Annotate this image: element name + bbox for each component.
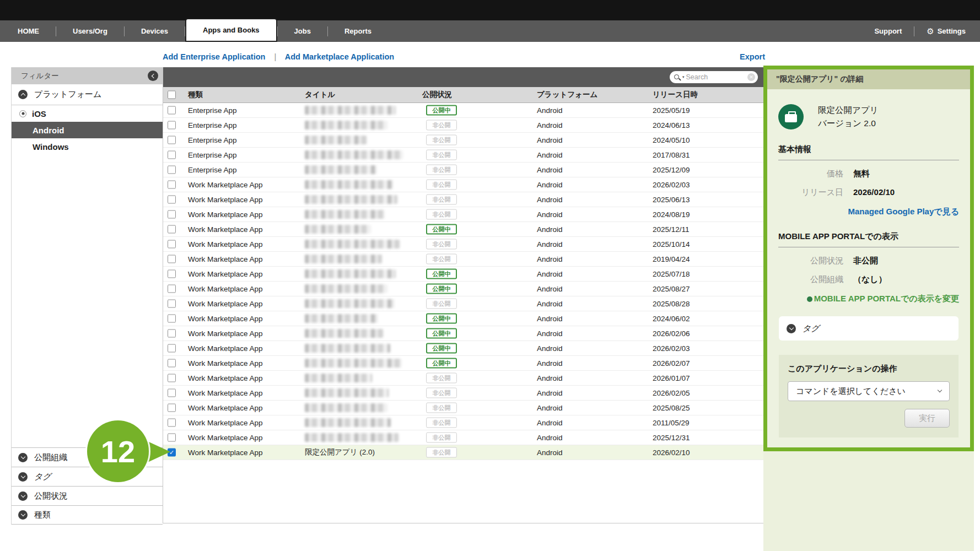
row-title-redacted	[305, 418, 391, 427]
row-type: Work Marketplace App	[188, 285, 263, 293]
row-checkbox[interactable]	[168, 374, 176, 382]
status-badge: 公開中	[426, 105, 457, 116]
column-header-title[interactable]: タイトル	[305, 90, 335, 100]
row-checkbox[interactable]	[168, 151, 176, 159]
status-badge: 公開中	[426, 343, 457, 354]
row-checkbox[interactable]	[168, 389, 176, 397]
table-row[interactable]: Work Marketplace App非公開Android2024/08/19	[163, 207, 764, 222]
table-row[interactable]: Enterprise App公開中Android2025/05/19	[163, 103, 764, 118]
portal-status-label: 公開状況	[778, 256, 843, 266]
clear-search-icon[interactable]: ✕	[747, 73, 755, 81]
command-select[interactable]: コマンドを選択してください	[788, 381, 950, 401]
export-link[interactable]: Export	[740, 52, 765, 61]
nav-tab-apps-and-books[interactable]: Apps and Books	[185, 18, 277, 42]
nav-tab-devices[interactable]: Devices	[125, 20, 185, 42]
sidebar-platform-android[interactable]: Android	[12, 122, 163, 138]
nav-tab-home[interactable]: HOME	[1, 20, 56, 42]
execute-button[interactable]: 実行	[904, 409, 950, 428]
table-row[interactable]: Work Marketplace App公開中Android2026/02/03	[163, 341, 764, 356]
table-row[interactable]: Work Marketplace App非公開Android2026/02/05	[163, 386, 764, 401]
row-platform: Android	[537, 240, 563, 249]
portal-status-row: 公開状況 非公開	[778, 256, 959, 266]
row-platform: Android	[537, 196, 563, 204]
table-row[interactable]: Work Marketplace App非公開Android2025/10/14	[163, 237, 764, 252]
table-row[interactable]: Work Marketplace App公開中Android2025/12/11	[163, 222, 764, 237]
change-portal-display-label: MOBILE APP PORTALでの表示を変更	[814, 294, 959, 304]
column-header-release-date[interactable]: リリース日時	[653, 90, 698, 100]
table-row[interactable]: Work Marketplace App非公開Android2025/08/28	[163, 296, 764, 311]
row-checkbox[interactable]	[168, 210, 176, 219]
table-row[interactable]: Work Marketplace App公開中Android2024/06/02	[163, 311, 764, 326]
settings-label: Settings	[938, 27, 966, 35]
table-row[interactable]: Work Marketplace App非公開Android2025/12/31	[163, 430, 764, 445]
sidebar-section-platform[interactable]: プラットフォーム	[12, 84, 163, 105]
table-row[interactable]: ✓Work Marketplace App限定公開アプリ (2.0)非公開And…	[163, 445, 764, 460]
sidebar-platform-windows[interactable]: Windows	[12, 138, 163, 155]
table-row[interactable]: Work Marketplace App公開中Android2026/02/07	[163, 356, 764, 371]
row-checkbox[interactable]	[168, 240, 176, 249]
sidebar-platform-ios[interactable]: iOS	[12, 105, 163, 122]
table-row[interactable]: Work Marketplace App非公開Android2025/06/13	[163, 192, 764, 207]
row-checkbox[interactable]	[168, 270, 176, 278]
row-checkbox[interactable]	[168, 359, 176, 368]
table-row[interactable]: Work Marketplace App非公開Android2026/02/03	[163, 177, 764, 192]
change-portal-display-link[interactable]: MOBILE APP PORTALでの表示を変更	[807, 294, 959, 304]
managed-google-play-link[interactable]: Managed Google Playで見る	[848, 207, 959, 216]
row-checkbox[interactable]	[168, 285, 176, 293]
row-checkbox[interactable]	[168, 121, 176, 129]
row-checkbox[interactable]	[168, 329, 176, 338]
support-link[interactable]: Support	[874, 27, 902, 35]
row-checkbox[interactable]	[168, 419, 176, 427]
row-checkbox[interactable]	[168, 255, 176, 263]
detail-panel-title: "限定公開アプリ" の詳細	[767, 69, 970, 89]
table-row[interactable]: Work Marketplace App非公開Android2019/04/24	[163, 252, 764, 267]
column-header-type[interactable]: 種類	[188, 90, 203, 100]
table-row[interactable]: Work Marketplace App公開中Android2025/07/18	[163, 267, 764, 282]
nav-tab-jobs[interactable]: Jobs	[278, 20, 327, 42]
row-checkbox[interactable]	[168, 106, 176, 115]
select-all-checkbox[interactable]	[168, 91, 176, 99]
add-marketplace-application-link[interactable]: Add Marketplace Application	[285, 52, 394, 61]
table-row[interactable]: Work Marketplace App非公開Android2026/01/07	[163, 371, 764, 386]
row-release-date: 2026/02/03	[653, 181, 690, 189]
search-input[interactable]	[686, 73, 746, 81]
row-platform: Android	[537, 285, 563, 293]
sidebar-filter-section[interactable]: 公開状況	[12, 486, 163, 505]
row-checkbox[interactable]	[168, 196, 176, 204]
settings-link[interactable]: ⚙ Settings	[927, 27, 966, 35]
platform-label: Windows	[33, 142, 69, 152]
table-row[interactable]: Work Marketplace App非公開Android2025/08/25	[163, 401, 764, 415]
row-checkbox[interactable]	[168, 181, 176, 189]
nav-tab-users-org[interactable]: Users/Org	[56, 20, 124, 42]
status-badge: 非公開	[426, 447, 457, 458]
row-release-date: 2026/02/06	[653, 329, 690, 338]
row-checkbox[interactable]	[168, 344, 176, 353]
basic-info-heading: 基本情報	[778, 144, 959, 155]
table-row[interactable]: Enterprise App非公開Android2017/08/31	[163, 148, 764, 163]
tags-section-toggle[interactable]: タグ	[779, 316, 959, 341]
status-badge: 非公開	[426, 239, 457, 250]
add-enterprise-application-link[interactable]: Add Enterprise Application	[163, 52, 265, 61]
table-row[interactable]: Enterprise App非公開Android2025/12/09	[163, 163, 764, 177]
row-checkbox[interactable]	[168, 166, 176, 174]
row-checkbox[interactable]	[168, 300, 176, 308]
table-row[interactable]: Enterprise App非公開Android2024/06/13	[163, 118, 764, 133]
collapse-sidebar-button[interactable]	[148, 71, 158, 81]
table-row[interactable]: Work Marketplace App公開中Android2026/02/06	[163, 326, 764, 341]
search-scope-arrow-icon[interactable]: ▾	[682, 75, 685, 79]
sidebar-filter-section[interactable]: 種類	[12, 505, 163, 525]
row-checkbox[interactable]	[168, 315, 176, 323]
applications-table: ▾ ✕ 種類 タイトル 公開状況 プラットフォーム リリース日時 Enterpr…	[163, 67, 765, 523]
row-checkbox[interactable]	[168, 404, 176, 412]
nav-tab-reports[interactable]: Reports	[328, 20, 388, 42]
table-row[interactable]: Enterprise App非公開Android2024/05/10	[163, 133, 764, 148]
table-row[interactable]: Work Marketplace App非公開Android2011/05/29	[163, 415, 764, 430]
search-box[interactable]: ▾ ✕	[670, 71, 758, 83]
column-header-status[interactable]: 公開状況	[422, 90, 452, 100]
row-checkbox[interactable]	[168, 136, 176, 144]
row-platform: Android	[537, 136, 563, 144]
row-type: Work Marketplace App	[188, 181, 263, 189]
column-header-platform[interactable]: プラットフォーム	[537, 90, 597, 100]
row-checkbox[interactable]	[168, 225, 176, 234]
table-row[interactable]: Work Marketplace App公開中Android2025/08/27	[163, 282, 764, 296]
